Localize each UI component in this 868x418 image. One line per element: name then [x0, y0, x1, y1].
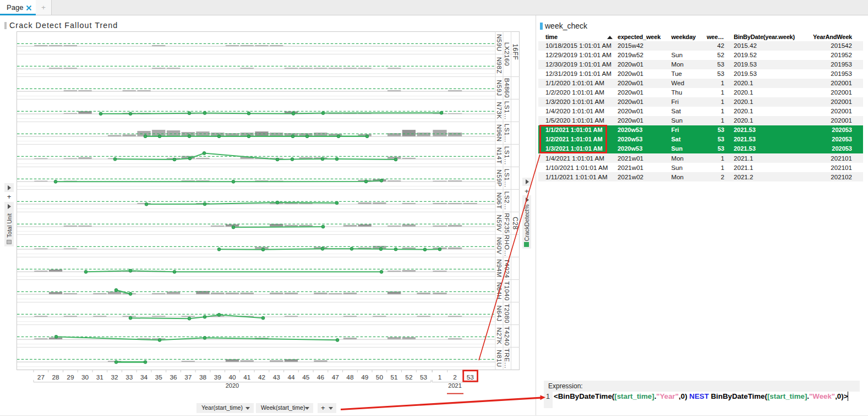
svg-text:40: 40	[228, 373, 236, 381]
svg-text:53: 53	[467, 373, 474, 381]
svg-text:34: 34	[140, 373, 148, 381]
svg-text:37: 37	[184, 373, 192, 381]
svg-text:LS1…: LS1…	[503, 101, 511, 120]
svg-text:36: 36	[170, 373, 177, 381]
svg-text:44: 44	[287, 373, 295, 381]
svg-text:N59J: N59J	[495, 80, 503, 96]
svg-text:2020: 2020	[226, 382, 239, 389]
svg-text:2021: 2021	[448, 382, 461, 389]
svg-text:41: 41	[243, 373, 250, 381]
svg-text:30: 30	[81, 373, 89, 381]
svg-text:N27K: N27K	[495, 327, 503, 344]
svg-text:53: 53	[420, 373, 428, 381]
svg-text:N14T: N14T	[495, 147, 503, 164]
svg-text:T4024: T4024	[503, 258, 511, 278]
svg-text:31: 31	[96, 373, 103, 381]
svg-text:39: 39	[214, 373, 221, 381]
svg-text:LS1…: LS1…	[503, 124, 511, 142]
svg-text:RHO…: RHO…	[503, 235, 511, 257]
svg-text:B4860: B4860	[503, 78, 511, 98]
svg-text:32: 32	[111, 373, 118, 381]
svg-text:N73K: N73K	[495, 102, 503, 119]
svg-text:T2080: T2080	[503, 304, 511, 323]
svg-text:T4240: T4240	[503, 326, 511, 345]
svg-text:28: 28	[52, 373, 60, 381]
svg-text:51: 51	[391, 373, 398, 381]
svg-text:N60V: N60V	[495, 237, 503, 254]
svg-text:N96N: N96N	[495, 124, 503, 142]
svg-text:RF235: RF235	[503, 213, 511, 233]
svg-text:16FF: 16FF	[511, 43, 519, 60]
svg-text:35: 35	[155, 373, 163, 381]
svg-text:29: 29	[67, 373, 74, 381]
svg-text:N81U: N81U	[495, 350, 503, 367]
svg-text:49: 49	[361, 373, 368, 381]
svg-text:47: 47	[332, 373, 339, 381]
svg-text:LS1…: LS1…	[503, 169, 511, 188]
svg-text:N59U: N59U	[495, 34, 503, 52]
svg-text:N64H: N64H	[495, 282, 503, 300]
svg-text:1: 1	[438, 373, 442, 381]
svg-text:N59P: N59P	[495, 169, 503, 186]
svg-text:48: 48	[346, 373, 354, 381]
svg-text:2: 2	[453, 373, 457, 381]
svg-text:N98Z: N98Z	[495, 57, 503, 74]
svg-text:N94M: N94M	[495, 259, 503, 277]
svg-text:38: 38	[199, 373, 207, 381]
svg-text:N59V: N59V	[495, 215, 503, 232]
svg-text:42: 42	[258, 373, 265, 381]
svg-text:45: 45	[302, 373, 310, 381]
svg-text:N06T: N06T	[495, 193, 503, 209]
svg-text:TRE…: TRE…	[503, 348, 511, 369]
svg-text:N64J: N64J	[495, 305, 503, 321]
svg-text:LS1…: LS1…	[503, 146, 511, 165]
svg-text:33: 33	[125, 373, 133, 381]
svg-text:LX2160: LX2160	[503, 42, 511, 66]
svg-text:50: 50	[376, 373, 384, 381]
svg-text:LS2…: LS2…	[503, 191, 511, 210]
svg-text:T1040: T1040	[503, 281, 511, 300]
svg-text:52: 52	[405, 373, 412, 381]
svg-text:46: 46	[317, 373, 325, 381]
svg-text:27: 27	[37, 373, 45, 381]
svg-text:43: 43	[273, 373, 281, 381]
